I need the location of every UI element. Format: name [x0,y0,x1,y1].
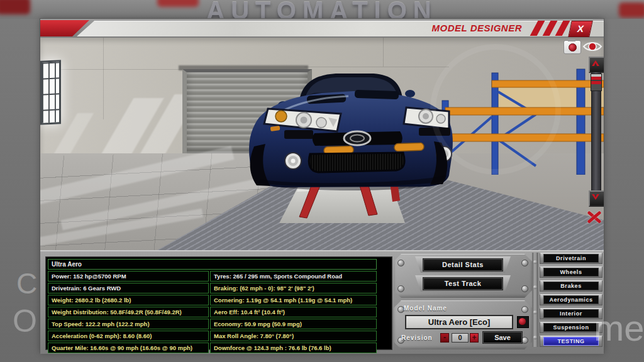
car-render[interactable] [242,72,455,223]
screw-icon [521,306,528,313]
model-designer-window: MODEL DESIGNER X [40,19,604,353]
action-subpanel: Detail Stats Test Track [394,254,532,298]
titlebar-plate [77,21,604,36]
revision-label: Revision [401,334,433,341]
action-panel: Detail Stats Test Track Model Name [394,254,532,349]
chevron-up-icon [592,60,599,66]
stat-aero-eff: Aero Eff: 10.4 ft² (10.4 ft²) [210,307,377,317]
category-suspension[interactable]: Suspension [540,322,602,333]
scrollbar-track[interactable] [591,72,601,192]
window-title: MODEL DESIGNER [432,23,522,33]
reload-icon [519,318,526,325]
stat-downforce: Downforce @ 124.3 mph : 76.6 lb (76.6 lb… [210,343,377,353]
background-strip: AUTOMATION [0,0,644,19]
model-name-input[interactable] [405,315,513,329]
scrollbar-down-button[interactable] [589,190,604,207]
screw-icon [533,260,537,264]
watermark-letter: O [13,303,37,339]
stat-tyres: Tyres: 265 / 295 mm, Sports Compound Roa… [210,271,377,282]
camera-lens [569,43,577,52]
test-track-button[interactable]: Test Track [423,278,502,290]
stat-acceleration: Acceleration (0-62 mph): 8.60 (8.60) [48,331,209,341]
wall-seam [304,67,449,67]
screw-icon [533,285,537,289]
bottom-panel: Ultra Aero Power: 152 hp@5700 RPM Drivet… [40,250,604,354]
scrollbar-up-button[interactable] [589,57,604,73]
badge [344,131,370,145]
stat-braking: Braking: (62 mph - 0): 98" 2' (98" 2') [210,283,377,293]
category-drivetrain[interactable]: Drivetrain [540,253,602,264]
wall-seam [383,38,384,67]
stat-cornering: Cornering: 1.19g @ 54.1 mph (1.19g @ 54.… [210,295,377,305]
screw-icon [521,285,528,292]
watermark-letter: C [16,266,37,300]
revision-decrement-button[interactable]: - [440,333,449,343]
stat-quarter-mile: Quarter Mile: 16.60s @ 90 mph (16.60s @ … [48,343,209,353]
model-name-label: Model Name [404,305,447,312]
model-name-subpanel: Model Name Revision - 0 + Save [394,300,532,349]
viewport-3d[interactable] [40,38,604,250]
chevron-down-icon [592,194,599,200]
lower-intake [309,153,404,172]
crossed-tools-icon[interactable] [585,209,604,226]
garage-window [40,60,61,125]
category-brakes[interactable]: Brakes [540,280,602,292]
screw-icon [533,310,537,314]
detail-stats-button[interactable]: Detail Stats [423,259,502,271]
stat-drivetrain: Drivetrain: 6 Gears RWD [48,283,209,293]
revision-value: 0 [452,333,469,343]
screw-icon [521,260,528,266]
stat-power: Power: 152 hp@5700 RPM [48,271,209,282]
scrollbar-thumb[interactable] [591,74,602,91]
stat-model-header: Ultra Aero [48,259,377,270]
close-button[interactable]: X [568,21,593,37]
category-panel: Drivetrain Wheels Brakes Aerodynamics In… [540,253,602,347]
titlebar: MODEL DESIGNER X [40,19,604,39]
category-testing[interactable]: TESTING [540,336,602,347]
screw-icon [397,260,404,266]
game-logo: AUTOMATION [0,0,644,19]
screw-icon [533,336,537,339]
wall-seam [103,38,104,119]
stat-weight: Weight: 2680.2 lb (2680.2 lb) [48,295,209,305]
camera-icon[interactable] [564,40,581,54]
button-bevel: Detail Stats [415,256,511,273]
watermark-ring [430,44,561,175]
rivet-strip [532,253,538,347]
stat-max-roll-angle: Max Roll Angle: 7.80° (7.80°) [210,331,377,341]
wall-seam [40,69,182,70]
stat-top-speed: Top Speed: 122.2 mph (122.2 mph) [48,319,209,329]
screw-icon [397,285,404,292]
category-wheels[interactable]: Wheels [540,266,602,278]
stat-weight-distribution: Weight Distribution: 50.8F/49.2R (50.8F/… [48,307,209,317]
category-aerodynamics[interactable]: Aerodynamics [540,294,602,305]
screen: AUTOMATION MODEL DESIGNER X [0,0,644,362]
camera-icon-top [568,39,575,41]
button-bevel: Test Track [415,275,511,292]
reload-name-button[interactable] [517,316,529,328]
stats-panel: Ultra Aero Power: 152 hp@5700 RPM Drivet… [45,256,392,350]
revision-increment-button[interactable]: + [470,333,479,343]
eye-icon[interactable] [582,40,602,53]
category-interior[interactable]: Interior [540,308,602,319]
stat-economy: Economy: 50.9 mpg (50.9 mpg) [210,319,377,329]
screw-icon [521,337,528,344]
save-button[interactable]: Save [483,332,522,343]
